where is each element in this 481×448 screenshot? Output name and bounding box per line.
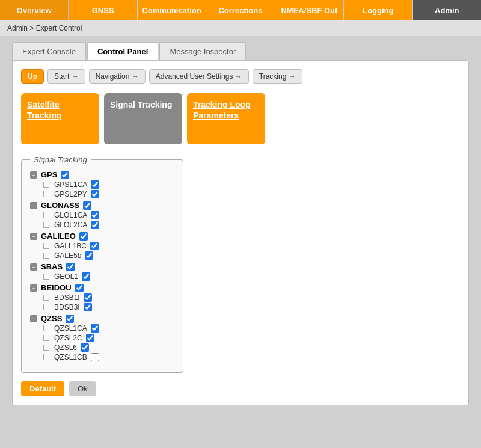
glol1ca-checkbox[interactable] — [91, 211, 99, 219]
card-signal-tracking[interactable]: Signal Tracking — [104, 93, 182, 144]
galileo-children: GALL1BC GALE5b — [30, 242, 174, 260]
child-bdsb1i: BDSB1I — [43, 293, 174, 302]
collapse-qzss-icon[interactable]: − — [30, 315, 37, 322]
geol1-checkbox[interactable] — [82, 272, 90, 281]
advanced-user-settings-button[interactable]: Advanced User Settings → — [149, 69, 249, 84]
breadcrumb: Admin > Expert Control — [0, 20, 481, 36]
galileo-label: GALILEO — [41, 232, 76, 241]
bdsb3i-label: BDSB3I — [54, 303, 80, 311]
card-satellite-tracking[interactable]: Satellite Tracking — [21, 93, 99, 144]
tree-line-icon — [43, 253, 49, 259]
glol2ca-checkbox[interactable] — [91, 221, 99, 229]
parent-qzss: − QZSS — [30, 314, 174, 323]
tab-control-panel[interactable]: Control Panel — [87, 42, 159, 60]
nav-buttons-row: Up Start → Navigation → Advanced User Se… — [21, 69, 460, 84]
glonass-children: GLOL1CA GLOL2CA — [30, 211, 174, 229]
gpsl2py-label: GPSL2PY — [54, 190, 87, 198]
sbas-children: GEOL1 — [30, 272, 174, 281]
child-qzsl1cb: QZSL1CB — [43, 353, 174, 361]
nav-admin[interactable]: Admin — [413, 0, 481, 20]
start-button[interactable]: Start → — [47, 69, 85, 84]
tree-line-icon — [43, 304, 49, 310]
cards-row: Satellite Tracking Signal Tracking Track… — [21, 93, 460, 144]
bdsb1i-checkbox[interactable] — [84, 293, 92, 302]
top-nav: Overview GNSS Communication Corrections … — [0, 0, 481, 20]
bdsb1i-label: BDSB1I — [54, 293, 80, 302]
nav-communication[interactable]: Communication — [138, 0, 206, 20]
tab-expert-console[interactable]: Expert Console — [12, 42, 86, 60]
card-tracking-loop[interactable]: Tracking Loop Parameters — [187, 93, 265, 144]
card-satellite-tracking-label: Satellite Tracking — [27, 99, 93, 121]
qzsl1ca-checkbox[interactable] — [91, 324, 99, 333]
card-tracking-loop-label: Tracking Loop Parameters — [193, 99, 259, 121]
glol2ca-label: GLOL2CA — [54, 221, 87, 229]
qzsl6-checkbox[interactable] — [81, 343, 89, 352]
gale5b-checkbox[interactable] — [85, 251, 93, 260]
qzsl2c-checkbox[interactable] — [86, 334, 94, 342]
collapse-galileo-icon[interactable]: − — [30, 233, 37, 240]
qzsl1cb-label: QZSL1CB — [54, 353, 87, 361]
tree-line-icon — [43, 182, 49, 188]
parent-galileo: − GALILEO — [30, 232, 174, 241]
child-qzsl2c: QZSL2C — [43, 334, 174, 342]
up-button[interactable]: Up — [21, 69, 44, 84]
parent-beidou: − BEIDOU — [30, 283, 174, 292]
collapse-glonass-icon[interactable]: − — [30, 202, 37, 209]
gall1bc-label: GALL1BC — [54, 242, 87, 250]
tree-line-icon — [43, 222, 49, 228]
gps-label: GPS — [41, 170, 57, 179]
collapse-gps-icon[interactable]: − — [30, 171, 37, 179]
qzss-children: QZSL1CA QZSL2C QZSL6 — [30, 324, 174, 361]
default-button[interactable]: Default — [21, 381, 64, 396]
tree-line-icon — [43, 325, 49, 331]
glol1ca-label: GLOL1CA — [54, 211, 87, 219]
group-sbas: − SBAS GEOL1 — [30, 262, 174, 281]
geol1-label: GEOL1 — [54, 272, 78, 281]
beidou-children: BDSB1I BDSB3I — [30, 293, 174, 311]
collapse-beidou-icon[interactable]: − — [30, 284, 37, 292]
child-glol2ca: GLOL2CA — [43, 221, 174, 229]
bdsb3i-checkbox[interactable] — [84, 303, 92, 311]
tree-line-icon — [43, 354, 49, 360]
child-gall1bc: GALL1BC — [43, 242, 174, 250]
glonass-checkbox[interactable] — [83, 201, 91, 210]
gpsl1ca-label: GPSL1CA — [54, 180, 87, 189]
navigation-button[interactable]: Navigation → — [89, 69, 146, 84]
group-qzss: − QZSS QZSL1CA QZSL2C — [30, 314, 174, 361]
tree-line-icon — [43, 335, 49, 341]
parent-gps: − GPS — [30, 170, 174, 179]
card-signal-tracking-label: Signal Tracking — [110, 99, 172, 110]
beidou-checkbox[interactable] — [75, 284, 84, 292]
tracking-button[interactable]: Tracking → — [253, 69, 302, 84]
qzsl1cb-checkbox[interactable] — [91, 353, 99, 361]
collapse-sbas-icon[interactable]: − — [30, 263, 37, 271]
gpsl2py-checkbox[interactable] — [91, 190, 99, 198]
tree-line-icon — [43, 295, 49, 301]
tab-message-inspector[interactable]: Message Inspector — [159, 42, 246, 60]
group-galileo: − GALILEO GALL1BC GALE5b — [30, 232, 174, 260]
nav-gnss[interactable]: GNSS — [69, 0, 137, 20]
sbas-checkbox[interactable] — [66, 263, 75, 271]
qzss-label: QZSS — [41, 314, 62, 323]
qzsl2c-label: QZSL2C — [54, 334, 82, 342]
nav-nmea[interactable]: NMEA/SBF Out — [275, 0, 344, 20]
child-qzsl1ca: QZSL1CA — [43, 324, 174, 333]
qzss-checkbox[interactable] — [66, 315, 74, 323]
bottom-buttons: Default Ok — [21, 381, 460, 396]
gps-children: GPSL1CA GPSL2PY — [30, 180, 174, 198]
group-gps: − GPS GPSL1CA GPSL2PY — [30, 170, 174, 198]
child-bdsb3i: BDSB3I — [43, 303, 174, 311]
gall1bc-checkbox[interactable] — [90, 242, 99, 250]
gpsl1ca-checkbox[interactable] — [91, 180, 99, 189]
tree-line-icon — [43, 274, 49, 280]
nav-overview[interactable]: Overview — [0, 0, 69, 20]
ok-button[interactable]: Ok — [69, 381, 96, 396]
galileo-checkbox[interactable] — [79, 232, 88, 241]
gps-checkbox[interactable] — [61, 171, 69, 179]
group-glonass: − GLONASS GLOL1CA GLOL2CA — [30, 201, 174, 229]
tree-line-icon — [43, 243, 49, 249]
child-glol1ca: GLOL1CA — [43, 211, 174, 219]
nav-logging[interactable]: Logging — [344, 0, 412, 20]
nav-corrections[interactable]: Corrections — [206, 0, 275, 20]
tree-line-icon — [43, 191, 49, 197]
